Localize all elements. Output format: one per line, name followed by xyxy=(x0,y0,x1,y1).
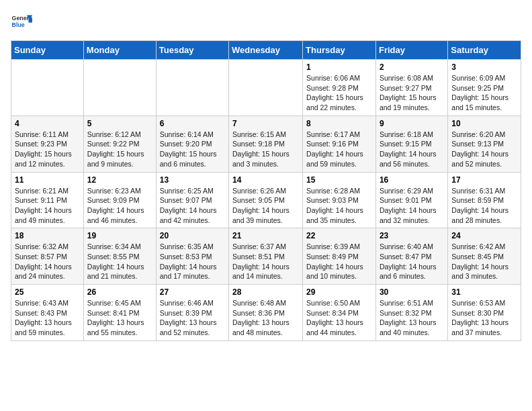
day-number: 15 xyxy=(306,175,372,185)
day-number: 18 xyxy=(15,231,80,240)
day-number: 13 xyxy=(160,175,225,185)
calendar-cell: 28Sunrise: 6:48 AM Sunset: 8:36 PM Dayli… xyxy=(229,285,303,341)
calendar-cell: 17Sunrise: 6:31 AM Sunset: 8:59 PM Dayli… xyxy=(448,172,521,228)
calendar-cell: 2Sunrise: 6:08 AM Sunset: 9:27 PM Daylig… xyxy=(375,60,447,116)
day-info: Sunrise: 6:23 AM Sunset: 9:09 PM Dayligh… xyxy=(87,186,152,226)
header: General Blue xyxy=(11,11,521,32)
day-info: Sunrise: 6:17 AM Sunset: 9:16 PM Dayligh… xyxy=(306,130,372,169)
calendar-cell: 15Sunrise: 6:28 AM Sunset: 9:03 PM Dayli… xyxy=(303,172,376,228)
day-number: 27 xyxy=(160,287,225,297)
weekday-header-saturday: Saturday xyxy=(448,41,521,60)
calendar-cell: 27Sunrise: 6:46 AM Sunset: 8:39 PM Dayli… xyxy=(156,285,228,341)
day-info: Sunrise: 6:53 AM Sunset: 8:30 PM Dayligh… xyxy=(451,298,517,338)
weekday-header-wednesday: Wednesday xyxy=(229,41,303,60)
calendar-cell: 10Sunrise: 6:20 AM Sunset: 9:13 PM Dayli… xyxy=(448,116,521,172)
day-info: Sunrise: 6:21 AM Sunset: 9:11 PM Dayligh… xyxy=(15,186,80,226)
week-row-1: 1Sunrise: 6:06 AM Sunset: 9:28 PM Daylig… xyxy=(11,60,521,116)
day-number: 5 xyxy=(87,119,152,128)
day-info: Sunrise: 6:15 AM Sunset: 9:18 PM Dayligh… xyxy=(232,130,299,169)
day-info: Sunrise: 6:28 AM Sunset: 9:03 PM Dayligh… xyxy=(306,186,372,226)
calendar-cell: 8Sunrise: 6:17 AM Sunset: 9:16 PM Daylig… xyxy=(303,116,376,172)
day-info: Sunrise: 6:51 AM Sunset: 8:32 PM Dayligh… xyxy=(380,298,444,338)
day-info: Sunrise: 6:40 AM Sunset: 8:47 PM Dayligh… xyxy=(380,242,444,281)
week-row-4: 18Sunrise: 6:32 AM Sunset: 8:57 PM Dayli… xyxy=(11,228,521,285)
calendar-cell: 9Sunrise: 6:18 AM Sunset: 9:15 PM Daylig… xyxy=(375,116,447,172)
day-number: 17 xyxy=(451,175,517,185)
week-row-5: 25Sunrise: 6:43 AM Sunset: 8:43 PM Dayli… xyxy=(11,285,521,341)
calendar-cell: 20Sunrise: 6:35 AM Sunset: 8:53 PM Dayli… xyxy=(156,228,228,285)
calendar-cell: 12Sunrise: 6:23 AM Sunset: 9:09 PM Dayli… xyxy=(83,172,156,228)
day-info: Sunrise: 6:14 AM Sunset: 9:20 PM Dayligh… xyxy=(160,130,225,169)
logo: General Blue xyxy=(11,11,32,32)
calendar-cell xyxy=(156,60,228,116)
calendar-cell: 11Sunrise: 6:21 AM Sunset: 9:11 PM Dayli… xyxy=(11,172,84,228)
day-number: 24 xyxy=(451,231,517,240)
calendar-cell: 6Sunrise: 6:14 AM Sunset: 9:20 PM Daylig… xyxy=(156,116,228,172)
day-info: Sunrise: 6:50 AM Sunset: 8:34 PM Dayligh… xyxy=(306,298,372,338)
day-number: 20 xyxy=(160,231,225,240)
weekday-header-monday: Monday xyxy=(83,41,156,60)
day-number: 26 xyxy=(87,287,152,297)
day-number: 1 xyxy=(306,62,372,72)
day-info: Sunrise: 6:18 AM Sunset: 9:15 PM Dayligh… xyxy=(380,130,444,169)
day-info: Sunrise: 6:35 AM Sunset: 8:53 PM Dayligh… xyxy=(160,242,225,281)
day-info: Sunrise: 6:32 AM Sunset: 8:57 PM Dayligh… xyxy=(15,242,80,281)
day-number: 19 xyxy=(87,231,152,240)
day-number: 14 xyxy=(232,175,299,185)
day-number: 3 xyxy=(451,62,517,72)
calendar-cell: 31Sunrise: 6:53 AM Sunset: 8:30 PM Dayli… xyxy=(448,285,521,341)
weekday-header-row: SundayMondayTuesdayWednesdayThursdayFrid… xyxy=(11,41,521,60)
day-info: Sunrise: 6:11 AM Sunset: 9:23 PM Dayligh… xyxy=(15,130,80,169)
weekday-header-thursday: Thursday xyxy=(303,41,376,60)
day-number: 12 xyxy=(87,175,152,185)
day-info: Sunrise: 6:45 AM Sunset: 8:41 PM Dayligh… xyxy=(87,298,152,338)
weekday-header-friday: Friday xyxy=(375,41,447,60)
day-info: Sunrise: 6:39 AM Sunset: 8:49 PM Dayligh… xyxy=(306,242,372,281)
day-info: Sunrise: 6:46 AM Sunset: 8:39 PM Dayligh… xyxy=(160,298,225,338)
day-number: 30 xyxy=(380,287,444,297)
day-info: Sunrise: 6:09 AM Sunset: 9:25 PM Dayligh… xyxy=(451,73,517,113)
calendar-cell: 23Sunrise: 6:40 AM Sunset: 8:47 PM Dayli… xyxy=(375,228,447,285)
day-number: 22 xyxy=(306,231,372,240)
week-row-2: 4Sunrise: 6:11 AM Sunset: 9:23 PM Daylig… xyxy=(11,116,521,172)
calendar-cell: 29Sunrise: 6:50 AM Sunset: 8:34 PM Dayli… xyxy=(303,285,376,341)
day-number: 23 xyxy=(380,231,444,240)
calendar-cell: 18Sunrise: 6:32 AM Sunset: 8:57 PM Dayli… xyxy=(11,228,84,285)
calendar-cell: 1Sunrise: 6:06 AM Sunset: 9:28 PM Daylig… xyxy=(303,60,376,116)
calendar-cell: 22Sunrise: 6:39 AM Sunset: 8:49 PM Dayli… xyxy=(303,228,376,285)
day-info: Sunrise: 6:42 AM Sunset: 8:45 PM Dayligh… xyxy=(451,242,517,281)
day-info: Sunrise: 6:37 AM Sunset: 8:51 PM Dayligh… xyxy=(232,242,299,281)
day-number: 9 xyxy=(380,119,444,128)
svg-text:Blue: Blue xyxy=(12,21,25,28)
day-info: Sunrise: 6:26 AM Sunset: 9:05 PM Dayligh… xyxy=(232,186,299,226)
day-number: 16 xyxy=(380,175,444,185)
calendar-cell: 21Sunrise: 6:37 AM Sunset: 8:51 PM Dayli… xyxy=(229,228,303,285)
day-number: 10 xyxy=(451,119,517,128)
day-number: 21 xyxy=(232,231,299,240)
calendar-cell: 4Sunrise: 6:11 AM Sunset: 9:23 PM Daylig… xyxy=(11,116,84,172)
day-info: Sunrise: 6:25 AM Sunset: 9:07 PM Dayligh… xyxy=(160,186,225,226)
day-number: 25 xyxy=(15,287,80,297)
calendar-cell: 24Sunrise: 6:42 AM Sunset: 8:45 PM Dayli… xyxy=(448,228,521,285)
week-row-3: 11Sunrise: 6:21 AM Sunset: 9:11 PM Dayli… xyxy=(11,172,521,228)
calendar-cell: 7Sunrise: 6:15 AM Sunset: 9:18 PM Daylig… xyxy=(229,116,303,172)
calendar-cell: 14Sunrise: 6:26 AM Sunset: 9:05 PM Dayli… xyxy=(229,172,303,228)
weekday-header-sunday: Sunday xyxy=(11,41,84,60)
day-info: Sunrise: 6:43 AM Sunset: 8:43 PM Dayligh… xyxy=(15,298,80,338)
calendar-cell: 19Sunrise: 6:34 AM Sunset: 8:55 PM Dayli… xyxy=(83,228,156,285)
day-number: 31 xyxy=(451,287,517,297)
calendar-cell: 13Sunrise: 6:25 AM Sunset: 9:07 PM Dayli… xyxy=(156,172,228,228)
day-info: Sunrise: 6:08 AM Sunset: 9:27 PM Dayligh… xyxy=(380,73,444,113)
calendar-cell: 16Sunrise: 6:29 AM Sunset: 9:01 PM Dayli… xyxy=(375,172,447,228)
day-info: Sunrise: 6:20 AM Sunset: 9:13 PM Dayligh… xyxy=(451,130,517,169)
day-info: Sunrise: 6:34 AM Sunset: 8:55 PM Dayligh… xyxy=(87,242,152,281)
day-info: Sunrise: 6:12 AM Sunset: 9:22 PM Dayligh… xyxy=(87,130,152,169)
calendar-cell: 25Sunrise: 6:43 AM Sunset: 8:43 PM Dayli… xyxy=(11,285,84,341)
svg-marker-3 xyxy=(28,18,32,22)
day-info: Sunrise: 6:31 AM Sunset: 8:59 PM Dayligh… xyxy=(451,186,517,226)
day-number: 2 xyxy=(380,62,444,72)
day-number: 11 xyxy=(15,175,80,185)
day-number: 6 xyxy=(160,119,225,128)
day-info: Sunrise: 6:29 AM Sunset: 9:01 PM Dayligh… xyxy=(380,186,444,226)
day-info: Sunrise: 6:06 AM Sunset: 9:28 PM Dayligh… xyxy=(306,73,372,113)
